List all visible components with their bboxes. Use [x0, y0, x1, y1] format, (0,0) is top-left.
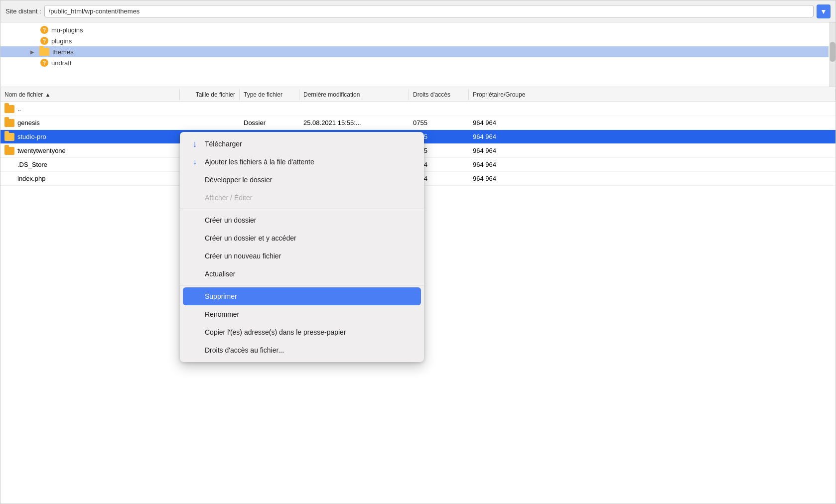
- file-cell-size: [180, 121, 240, 125]
- file-cell-owner: 964 964: [469, 159, 836, 170]
- col-header-owner[interactable]: Propriétaire/Groupe: [469, 89, 836, 100]
- expand-icon: [190, 175, 200, 185]
- edit-icon: [190, 193, 200, 203]
- menu-item-actualiser[interactable]: Actualiser: [180, 265, 424, 283]
- download-multi-icon: ↓: [190, 157, 200, 167]
- tree-item-label: undraft: [51, 59, 71, 67]
- tree-item-mu-plugins[interactable]: ? mu-plugins: [0, 24, 829, 35]
- file-cell-permissions: 0755: [409, 117, 469, 128]
- file-cell-owner: 964 964: [469, 131, 836, 142]
- file-name: studio-pro: [17, 133, 46, 140]
- file-cell-type: [240, 107, 299, 111]
- menu-item-droits-acces[interactable]: Droits d'accès au fichier...: [180, 341, 424, 359]
- file-cell-size: [180, 107, 240, 111]
- rename-icon: [190, 309, 200, 319]
- menu-item-creer-fichier[interactable]: Créer un nouveau fichier: [180, 247, 424, 265]
- menu-item-label: Créer un dossier: [205, 216, 257, 224]
- menu-item-afficher-editer: Afficher / Éditer: [180, 189, 424, 207]
- menu-item-label: Afficher / Éditer: [205, 194, 252, 202]
- menu-item-creer-dossier[interactable]: Créer un dossier: [180, 211, 424, 229]
- menu-item-renommer[interactable]: Renommer: [180, 305, 424, 323]
- file-row-genesis[interactable]: genesis Dossier 25.08.2021 15:55:... 075…: [0, 116, 836, 130]
- col-header-name[interactable]: Nom de fichier ▲: [0, 89, 180, 100]
- question-icon: ?: [40, 59, 48, 67]
- file-cell-name: index.php: [0, 173, 180, 184]
- file-cell-name: genesis: [0, 117, 180, 129]
- menu-item-supprimer[interactable]: Supprimer: [183, 287, 421, 305]
- file-name: twentytwentyone: [17, 147, 66, 154]
- menu-item-label: Créer un dossier et y accéder: [205, 234, 296, 242]
- col-header-modified[interactable]: Dernière modification: [299, 89, 409, 100]
- menu-item-label: Créer un nouveau fichier: [205, 252, 281, 260]
- menu-item-label: Copier l'(es) adresse(s) dans le presse-…: [205, 328, 346, 336]
- menu-separator-1: [180, 209, 424, 209]
- menu-separator-2: [180, 285, 424, 285]
- file-name: genesis: [17, 119, 40, 126]
- file-new-icon: [190, 251, 200, 261]
- path-dropdown-button[interactable]: ▼: [817, 4, 831, 18]
- question-icon: ?: [40, 26, 48, 34]
- menu-item-label: Ajouter les fichiers à la file d'attente: [205, 158, 314, 166]
- chevron-right-icon: ▶: [30, 49, 36, 55]
- menu-item-label: Supprimer: [205, 292, 237, 300]
- sort-asc-icon: ▲: [45, 92, 50, 98]
- tree-item-themes[interactable]: ▶ themes: [0, 46, 829, 57]
- file-cell-name: .DS_Store: [0, 159, 180, 170]
- menu-item-label: Actualiser: [205, 270, 235, 278]
- file-cell-owner: [469, 107, 836, 111]
- tree-area: ? mu-plugins ? plugins ▶ themes ? undraf…: [0, 22, 836, 87]
- column-headers: Nom de fichier ▲ Taille de fichier Type …: [0, 87, 836, 102]
- file-cell-owner: 964 964: [469, 173, 836, 184]
- file-name: ..: [17, 105, 21, 113]
- menu-item-telecharger[interactable]: ↓ Télécharger: [180, 135, 424, 153]
- folder-icon: [4, 119, 14, 127]
- file-cell-type: Dossier: [240, 117, 299, 128]
- tree-item-undraft[interactable]: ? undraft: [0, 57, 829, 68]
- col-header-type[interactable]: Type de fichier: [240, 89, 299, 100]
- path-input[interactable]: [44, 5, 814, 17]
- col-header-size[interactable]: Taille de fichier: [180, 89, 240, 100]
- folder-icon: [4, 105, 14, 113]
- scrollbar-track[interactable]: [830, 22, 836, 87]
- clipboard-icon: [190, 327, 200, 337]
- file-cell-name: twentytwentyone: [0, 145, 180, 157]
- file-cell-modified: [299, 107, 409, 111]
- menu-item-label: Télécharger: [205, 140, 242, 148]
- menu-item-copier-adresse[interactable]: Copier l'(es) adresse(s) dans le presse-…: [180, 323, 424, 341]
- question-icon: ?: [40, 37, 48, 45]
- folder-icon: [39, 48, 49, 56]
- tree-item-label: themes: [52, 48, 74, 56]
- menu-item-creer-dossier-acceder[interactable]: Créer un dossier et y accéder: [180, 229, 424, 247]
- download-icon: ↓: [190, 139, 200, 149]
- delete-icon: [190, 291, 200, 301]
- file-cell-owner: 964 964: [469, 145, 836, 156]
- folder-icon: [4, 147, 14, 155]
- file-name: .DS_Store: [17, 161, 47, 168]
- file-row-parent[interactable]: ..: [0, 102, 836, 116]
- menu-item-ajouter-queue[interactable]: ↓ Ajouter les fichiers à la file d'atten…: [180, 153, 424, 171]
- folder-open-icon: [190, 233, 200, 243]
- file-cell-permissions: [409, 107, 469, 111]
- file-cell-name: ..: [0, 103, 180, 115]
- app-window: Site distant : ▼ ? mu-plugins ? plugins …: [0, 0, 836, 504]
- folder-icon: [4, 133, 14, 141]
- tree-item-label: mu-plugins: [51, 26, 83, 34]
- chevron-down-icon: ▼: [820, 7, 827, 15]
- menu-item-label: Renommer: [205, 310, 239, 318]
- refresh-icon: [190, 269, 200, 279]
- menu-item-label: Droits d'accès au fichier...: [205, 346, 284, 354]
- file-list-area: Nom de fichier ▲ Taille de fichier Type …: [0, 87, 836, 504]
- scrollbar-thumb[interactable]: [830, 42, 836, 62]
- file-name: index.php: [17, 175, 45, 182]
- menu-item-label: Développer le dossier: [205, 176, 272, 184]
- permissions-icon: [190, 345, 200, 355]
- path-label: Site distant :: [5, 7, 41, 15]
- menu-item-developper[interactable]: Développer le dossier: [180, 171, 424, 189]
- file-cell-owner: 964 964: [469, 117, 836, 128]
- path-bar: Site distant : ▼: [0, 0, 836, 22]
- tree-item-label: plugins: [51, 37, 72, 45]
- file-cell-modified: 25.08.2021 15:55:...: [299, 117, 409, 128]
- folder-new-icon: [190, 215, 200, 225]
- tree-item-plugins[interactable]: ? plugins: [0, 35, 829, 46]
- col-header-permissions[interactable]: Droits d'accès: [409, 89, 469, 100]
